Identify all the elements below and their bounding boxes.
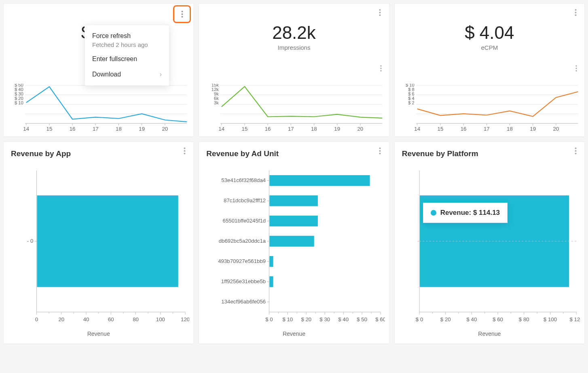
svg-text:17: 17 [484,126,490,132]
tooltip-dot-icon [431,210,436,216]
svg-text:16: 16 [70,126,76,132]
svg-point-118 [379,148,381,149]
svg-point-119 [379,150,381,152]
kebab-icon [380,65,382,72]
menu-download-label: Download [92,71,121,78]
kebab-icon [575,147,577,155]
svg-rect-115 [37,195,178,287]
svg-text:$ 60: $ 60 [376,316,385,322]
svg-text:20: 20 [357,126,364,132]
kebab-menu-button[interactable] [571,64,581,73]
svg-point-92 [184,153,185,155]
sparkline-impressions: 15k12k9k6k3k14151617181920 [203,84,385,132]
svg-rect-158 [270,276,273,287]
kebab-icon [379,9,381,16]
svg-text:134ecf96ab6fe056: 134ecf96ab6fe056 [222,299,266,305]
kebab-icon [184,147,186,155]
svg-point-62 [575,65,577,66]
svg-text:14: 14 [414,126,420,132]
svg-text:1ff9256e31ebbe5b: 1ff9256e31ebbe5b [221,278,266,284]
svg-point-32 [380,68,381,69]
svg-point-120 [379,153,381,155]
svg-point-91 [184,150,185,152]
chart-tooltip: Revenue: $ 114.13 [423,203,508,223]
svg-text:$ 20: $ 20 [440,316,451,322]
svg-text:16: 16 [460,126,466,132]
svg-point-60 [575,12,576,13]
chart-card-revenue-by-app: Revenue by App 020406080100120- 0 Revenu… [3,142,194,344]
metric-label: eCPM [395,44,584,51]
svg-text:40: 40 [83,316,89,322]
chart-title: Revenue by App [7,149,190,161]
svg-text:$ 80: $ 80 [519,316,529,322]
svg-text:$ 10: $ 10 [15,100,23,105]
kebab-icon [575,65,577,72]
svg-rect-152 [270,236,314,247]
svg-rect-146 [270,195,318,206]
svg-point-28 [379,9,381,11]
svg-text:$ 60: $ 60 [493,316,503,322]
metric-label: Impressions [199,44,389,51]
kebab-icon [181,11,183,18]
kebab-menu-button[interactable] [173,5,191,23]
kebab-menu-button[interactable] [570,7,581,18]
metric-card-revenue: $ 11 Revenue Force refresh Fetched 2 hou… [3,3,194,137]
kebab-menu-button[interactable] [374,145,386,157]
kebab-menu-button[interactable] [570,145,581,157]
kebab-menu-button[interactable] [179,145,190,157]
svg-text:80: 80 [133,316,139,322]
svg-text:60: 60 [108,316,114,322]
menu-fetched-status: Fetched 2 hours ago [85,41,169,51]
svg-point-166 [575,153,576,155]
menu-enter-fullscreen[interactable]: Enter fullscreen [85,51,169,67]
svg-point-64 [575,70,577,71]
svg-point-0 [181,11,183,13]
svg-point-31 [380,65,381,66]
dashboard: $ 11 Revenue Force refresh Fetched 2 hou… [0,0,588,347]
menu-download[interactable]: Download › [85,67,169,82]
kebab-menu-button[interactable] [376,64,386,73]
svg-text:17: 17 [288,126,294,132]
svg-text:0: 0 [35,316,38,322]
svg-text:$ 10: $ 10 [283,316,293,322]
metric-card-impressions: 28.2k Impressions 15k12k9k6k3k1415161718… [199,3,389,137]
svg-point-1 [181,13,183,15]
svg-text:$ 0: $ 0 [415,316,423,322]
svg-text:$ 2: $ 2 [408,100,415,105]
chart-body: $ 0$ 10$ 20$ 30$ 40$ 50$ 6053e41c6f32f68… [203,166,385,337]
svg-text:65501bffe0245f1d: 65501bffe0245f1d [223,218,266,224]
svg-text:19: 19 [139,126,145,132]
svg-point-59 [575,9,576,11]
sparkline-revenue: $ 50$ 40$ 30$ 20$ 1014151617181920 [8,84,189,132]
svg-text:20: 20 [553,126,559,132]
chart-body: 020406080100120- 0 Revenue [8,166,189,337]
svg-text:17: 17 [93,126,99,132]
svg-text:$ 100: $ 100 [544,316,557,322]
svg-point-61 [575,15,576,16]
svg-point-63 [575,68,577,69]
svg-rect-143 [270,175,370,186]
svg-point-33 [380,70,381,71]
svg-text:14: 14 [23,126,29,132]
svg-text:19: 19 [530,126,536,132]
chart-card-revenue-by-platform: Revenue by Platform $ 0$ 20$ 40$ 60$ 80$… [394,142,585,344]
kebab-menu-button[interactable] [374,7,386,18]
svg-text:$ 50: $ 50 [357,316,368,322]
svg-text:18: 18 [116,126,122,132]
svg-rect-155 [270,256,273,267]
svg-text:18: 18 [311,126,317,132]
metric-value: 28.2k [199,23,389,42]
svg-text:- 0: - 0 [27,238,33,244]
svg-text:100: 100 [156,316,165,322]
svg-text:$ 120: $ 120 [569,316,580,322]
svg-text:$ 0: $ 0 [265,316,273,322]
chart-title: Revenue by Platform [398,149,581,161]
svg-text:19: 19 [334,126,341,132]
svg-text:3k: 3k [214,100,219,105]
svg-text:14: 14 [219,126,225,132]
x-axis-label: Revenue [399,331,580,337]
metric-header: $ 4.04 eCPM [395,4,584,51]
kebab-icon [575,9,577,16]
svg-text:$ 40: $ 40 [338,316,349,322]
kebab-icon [379,147,381,155]
